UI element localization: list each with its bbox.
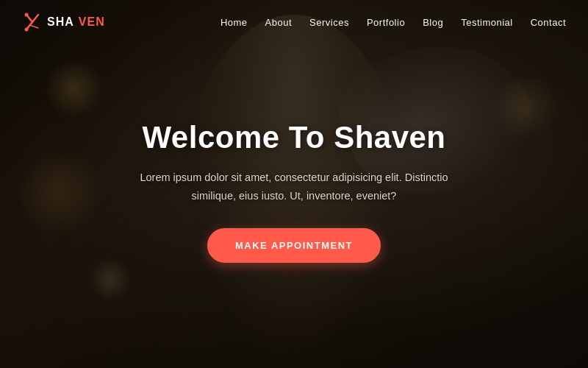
logo-text-sha: SHA [47,15,74,29]
nav-item-portfolio[interactable]: Portfolio [367,15,405,29]
svg-line-2 [29,25,38,28]
make-appointment-button[interactable]: MAKE APPOINTMENT [207,228,381,263]
navbar: SHAVEN Home About Services Portfolio Blo… [0,0,588,44]
nav-link-blog[interactable]: Blog [423,17,443,28]
nav-item-blog[interactable]: Blog [423,15,443,29]
hero-content: Welcome To Shaven Lorem ipsum dolor sit … [107,120,481,263]
nav-item-contact[interactable]: Contact [531,15,566,29]
hero-section: SHAVEN Home About Services Portfolio Blo… [0,0,588,368]
hero-subtitle: Lorem ipsum dolor sit amet, consectetur … [136,169,452,205]
hero-title: Welcome To Shaven [136,120,452,155]
logo: SHAVEN [22,12,105,32]
nav-link-portfolio[interactable]: Portfolio [367,17,405,28]
nav-item-testimonial[interactable]: Testimonial [461,15,513,29]
nav-item-services[interactable]: Services [309,15,349,29]
nav-item-home[interactable]: Home [220,15,248,29]
svg-point-1 [25,28,29,32]
nav-links: Home About Services Portfolio Blog Testi… [220,15,566,29]
nav-link-services[interactable]: Services [309,17,349,28]
nav-link-testimonial[interactable]: Testimonial [461,17,513,28]
logo-icon [22,12,43,32]
logo-text-ven: VEN [79,15,105,29]
nav-link-about[interactable]: About [265,17,292,28]
nav-link-home[interactable]: Home [220,17,248,28]
nav-item-about[interactable]: About [265,15,292,29]
svg-point-0 [25,13,29,17]
nav-link-contact[interactable]: Contact [531,17,566,28]
